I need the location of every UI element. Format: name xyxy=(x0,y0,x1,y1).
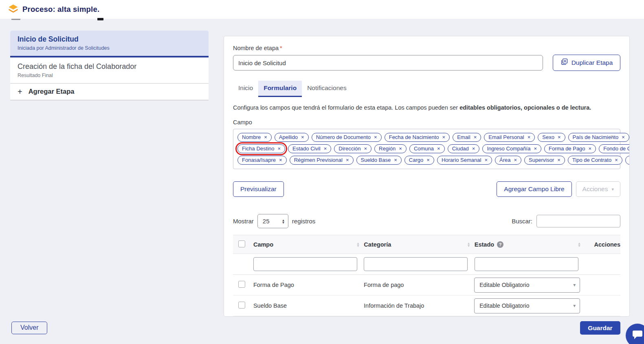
tab[interactable]: Inicio xyxy=(233,81,258,97)
remove-tag-icon[interactable]: × xyxy=(346,157,349,163)
field-tag[interactable]: Régimen Previsional× xyxy=(290,156,354,165)
duplicate-stage-button[interactable]: Duplicar Etapa xyxy=(553,55,620,71)
remove-tag-icon[interactable]: × xyxy=(324,146,327,151)
field-tag[interactable]: Ingreso Compañía× xyxy=(482,144,541,153)
chat-widget-button[interactable] xyxy=(626,324,644,344)
sort-icon[interactable]: ▴▾ xyxy=(357,242,359,247)
remove-tag-icon[interactable]: × xyxy=(528,135,531,140)
preview-button[interactable]: Previsualizar xyxy=(233,181,284,197)
remove-tag-icon[interactable]: × xyxy=(364,146,367,151)
tag-label: Número de Documento xyxy=(316,134,371,140)
field-tag[interactable]: Supervisor× xyxy=(524,156,565,165)
search-input[interactable] xyxy=(536,215,620,227)
remove-tag-icon[interactable]: × xyxy=(534,146,537,151)
estado-select-value: Editable Obligatorio xyxy=(479,302,529,309)
plus-icon: + xyxy=(18,88,22,95)
page-size-select[interactable]: 25 ▴▾ xyxy=(257,214,288,228)
field-tag[interactable]: Horario Semanal× xyxy=(437,156,492,165)
estado-select[interactable]: Editable Obligatorio ▾ xyxy=(474,298,580,313)
remove-tag-icon[interactable]: × xyxy=(399,146,402,151)
remove-tag-icon[interactable]: × xyxy=(558,135,561,140)
field-tag[interactable]: Cargo× xyxy=(404,156,434,165)
remove-tag-icon[interactable]: × xyxy=(615,157,618,163)
field-tag[interactable]: Nombre× xyxy=(237,133,272,142)
actions-button[interactable]: Acciones ▾ xyxy=(576,181,620,197)
remove-tag-icon[interactable]: × xyxy=(301,135,304,140)
filter-campo-input[interactable] xyxy=(253,257,357,271)
row-checkbox[interactable] xyxy=(238,281,245,288)
description-bold-text: editables obligatorios, opcionales o de … xyxy=(459,104,591,111)
field-tag[interactable]: Región× xyxy=(374,144,407,153)
remove-tag-icon[interactable]: × xyxy=(264,135,267,140)
add-stage-button[interactable]: + Agregar Etapa xyxy=(10,84,209,100)
tab[interactable]: Formulario xyxy=(258,81,302,97)
tag-label: Supervisor xyxy=(529,157,554,163)
field-tag[interactable]: Forma de Pago× xyxy=(544,144,596,153)
field-tags-box[interactable]: Nombre×Apellido×Número de Documento×Fech… xyxy=(233,129,620,169)
field-tag[interactable]: Email Personal× xyxy=(484,133,535,142)
field-tag[interactable]: Ficha Destino× xyxy=(237,144,285,153)
remove-tag-icon[interactable]: × xyxy=(589,146,592,151)
help-icon[interactable]: ? xyxy=(497,241,503,248)
field-tag[interactable]: Tipo de Contrato× xyxy=(568,156,622,165)
records-label: registros xyxy=(292,218,316,225)
remove-tag-icon[interactable]: × xyxy=(472,146,475,151)
tag-label: Email Personal xyxy=(488,134,524,140)
row-checkbox[interactable] xyxy=(238,302,245,309)
field-tag[interactable]: Ciudad× xyxy=(448,144,480,153)
clear-all-icon[interactable]: × xyxy=(610,133,614,140)
remove-tag-icon[interactable]: × xyxy=(426,157,430,163)
select-all-checkbox[interactable] xyxy=(238,240,245,247)
remove-tag-icon[interactable]: × xyxy=(437,146,440,151)
stage-name-input[interactable] xyxy=(233,55,543,71)
stage-name-label-text: Nombre de etapa xyxy=(233,45,279,51)
form-description: Configura los campos que tendrá el formu… xyxy=(233,104,620,111)
field-tag[interactable]: Estado Civil× xyxy=(288,144,331,153)
duplicate-stage-label: Duplicar Etapa xyxy=(571,59,613,66)
field-tag[interactable]: Email× xyxy=(453,133,481,142)
remove-tag-icon[interactable]: × xyxy=(514,157,517,163)
field-tag[interactable]: Comuna× xyxy=(409,144,445,153)
back-button[interactable]: Volver xyxy=(11,322,47,334)
fields-table: Campo ▴▾ Categoría ▴▾ Estado ? ▴▾ Accion… xyxy=(233,235,620,317)
field-tag[interactable]: Sueldo Base× xyxy=(356,156,402,165)
remove-tag-icon[interactable]: × xyxy=(394,157,397,163)
field-tag[interactable]: Fecha de Nacimiento× xyxy=(385,133,450,142)
remove-tag-icon[interactable]: × xyxy=(557,157,560,163)
save-button[interactable]: Guardar xyxy=(580,321,620,335)
add-free-field-button[interactable]: Agregar Campo Libre xyxy=(497,181,571,197)
tag-label: Horario Semanal xyxy=(442,157,481,163)
field-tag[interactable]: Apellido× xyxy=(275,133,309,142)
tag-label: Comuna xyxy=(414,146,434,152)
table-body: Forma de Pago Forma de pago Editable Obl… xyxy=(233,275,620,316)
description-text: Configura los campos que tendrá el formu… xyxy=(233,104,459,111)
remove-tag-icon[interactable]: × xyxy=(484,157,488,163)
estado-select[interactable]: Editable Obligatorio ▾ xyxy=(474,278,580,293)
stage-sidebar: Inicio de Solicitud Iniciada por Adminis… xyxy=(10,31,209,100)
tab-label: Notificaciones xyxy=(307,84,347,91)
field-tag[interactable]: Fondo de Cotización× xyxy=(599,144,630,153)
cell-categoria: Información de Trabajo xyxy=(364,302,424,309)
tab[interactable]: Notificaciones xyxy=(302,81,352,97)
remove-tag-icon[interactable]: × xyxy=(442,135,446,140)
remove-tag-icon[interactable]: × xyxy=(279,157,282,163)
filter-categoria-input[interactable] xyxy=(364,257,468,271)
stage-subtitle: Iniciada por Administrador de Solicitude… xyxy=(18,45,201,51)
field-tag[interactable]: Número de Documento× xyxy=(312,133,382,142)
field-tag[interactable]: Dirección× xyxy=(334,144,371,153)
sidebar-stage-item[interactable]: Creación de la ficha del Colaborador Res… xyxy=(10,57,209,84)
sort-icon[interactable]: ▴▾ xyxy=(578,242,580,247)
field-tag[interactable]: Empresa× xyxy=(625,156,630,165)
field-tag[interactable]: Sexo× xyxy=(538,133,565,142)
remove-tag-icon[interactable]: × xyxy=(474,135,477,140)
remove-tag-icon[interactable]: × xyxy=(622,135,625,140)
field-tag[interactable]: Fonasa/Isapre× xyxy=(237,156,287,165)
field-tag[interactable]: País de Nacimiento× xyxy=(568,133,629,142)
sidebar-stage-item[interactable]: Inicio de Solicitud Iniciada por Adminis… xyxy=(10,31,209,57)
remove-tag-icon[interactable]: × xyxy=(374,135,377,140)
sort-icon[interactable]: ▴▾ xyxy=(468,242,470,247)
tag-label: Estado Civil xyxy=(292,146,321,152)
field-tag[interactable]: Área× xyxy=(495,156,521,165)
filter-estado-input[interactable] xyxy=(475,257,578,271)
remove-tag-icon[interactable]: × xyxy=(277,146,281,151)
